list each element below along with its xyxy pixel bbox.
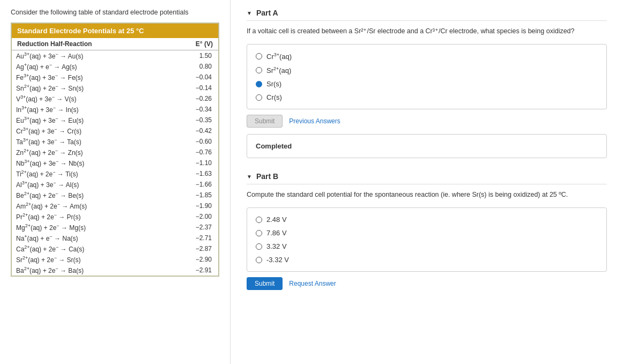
table-row: V3+(aq) + 3e− → V(s) −0.26 [12,93,218,104]
part-b-option-3-label: 3.32 V [266,242,287,250]
reaction-cell: Cr3+(aq) + 3e− → Cr(s) [12,125,166,136]
table-row: Sn2+(aq) + 2e− → Sn(s) −0.14 [12,83,218,93]
part-a-option-4[interactable]: Cr(s) [256,93,598,101]
part-a-option-1-label: Cr3+(aq) [266,52,292,61]
part-a-option-2[interactable]: Sr2+(aq) [256,66,598,75]
radio-b1[interactable] [256,217,262,223]
table-row: Am2+(aq) + 2e− → Am(s) −1.90 [12,200,218,211]
potential-cell: −1.10 [166,158,218,168]
table-row: Ca2+(aq) + 2e− → Ca(s) −2.87 [12,243,218,254]
part-b-option-1[interactable]: 2.48 V [256,216,598,224]
part-b-submit-button[interactable]: Submit [247,277,283,290]
part-a-option-3[interactable]: Sr(s) [256,80,598,88]
reaction-cell: Au3+(aq) + 3e− → Au(s) [12,50,166,61]
reaction-cell: Eu3+(aq) + 3e− → Eu(s) [12,115,166,125]
reaction-cell: Al3+(aq) + 3e− → Al(s) [12,179,166,190]
table-row: Al3+(aq) + 3e− → Al(s) −1.66 [12,179,218,190]
reaction-cell: Ag+(aq) + e− → Ag(s) [12,61,166,72]
part-a-prev-answers-link[interactable]: Previous Answers [289,117,340,125]
table-row: Be2+(aq) + 2e− → Be(s) −1.85 [12,190,218,200]
intro-text: Consider the following table of standard… [11,9,219,16]
part-a-submit-button[interactable]: Submit [247,115,283,128]
part-b-bottom-row: Submit Request Answer [247,277,607,290]
potential-cell: −1.66 [166,179,218,190]
radio-a1[interactable] [256,53,262,60]
reaction-cell: Sn2+(aq) + 2e− → Sn(s) [12,83,166,93]
radio-a2[interactable] [256,67,262,73]
part-b-header[interactable]: ▼ Part B [247,169,607,184]
radio-a4[interactable] [256,94,262,101]
left-panel: Consider the following table of standard… [0,0,231,364]
potential-cell: −0.42 [166,125,218,136]
table-title: Standard Electrode Potentials at 25 °C [12,24,218,38]
part-b-request-answer-link[interactable]: Request Answer [289,280,336,287]
table-row: Sr2+(aq) + 2e− → Sr(s) −2.90 [12,254,218,265]
table-row: Eu3+(aq) + 3e− → Eu(s) −0.35 [12,115,218,125]
potential-cell: −0.26 [166,93,218,104]
table-row: Zn2+(aq) + 2e− → Zn(s) −0.76 [12,147,218,158]
radio-b3[interactable] [256,243,262,250]
part-a-header[interactable]: ▼ Part A [247,5,607,21]
table-row: Ag+(aq) + e− → Ag(s) 0.80 [12,61,218,72]
potential-cell: −1.85 [166,190,218,200]
part-b-section: ▼ Part B Compute the standard cell poten… [247,169,607,290]
potential-cell: −1.90 [166,200,218,211]
table-row: Au3+(aq) + 3e− → Au(s) 1.50 [12,50,218,61]
potential-cell: −0.35 [166,115,218,125]
potential-cell: −2.91 [166,265,218,276]
reaction-cell: Zn2+(aq) + 2e− → Zn(s) [12,147,166,158]
reaction-cell: V3+(aq) + 3e− → V(s) [12,93,166,104]
table-subheader: Reduction Half-Reaction E° (V) [12,38,218,50]
potential-cell: −2.37 [166,222,218,233]
reaction-cell: Am2+(aq) + 2e− → Am(s) [12,200,166,211]
part-b-answer-box: 2.48 V 7.86 V 3.32 V -3.32 V [247,207,607,272]
radio-b2[interactable] [256,230,262,236]
potential-cell: −2.00 [166,211,218,222]
table-row: Ba2+(aq) + 2e− → Ba(s) −2.91 [12,265,218,276]
chem-table: Au3+(aq) + 3e− → Au(s) 1.50 Ag+(aq) + e−… [12,50,218,276]
part-a-answer-box: Cr3+(aq) Sr2+(aq) Sr(s) Cr(s) [247,44,607,110]
table-row: Cr3+(aq) + 3e− → Cr(s) −0.42 [12,125,218,136]
electrode-table-container: Standard Electrode Potentials at 25 °C R… [11,23,219,277]
reaction-cell: In3+(aq) + 3e− → In(s) [12,104,166,115]
part-a-label: Part A [256,9,278,17]
table-row: Fe3+(aq) + 3e− → Fe(s) −0.04 [12,72,218,83]
potential-cell: −1.63 [166,168,218,179]
part-b-question: Compute the standard cell potential for … [247,190,607,200]
col-header-potential: E° (V) [196,40,213,48]
part-a-section: ▼ Part A If a voltaic cell is created be… [247,5,607,158]
table-row: Ta3+(aq) + 3e− → Ta(s) −0.60 [12,136,218,147]
part-a-submit-row: Submit Previous Answers [247,115,607,128]
part-a-option-2-label: Sr2+(aq) [266,66,291,75]
potential-cell: 1.50 [166,50,218,61]
reaction-cell: Fe3+(aq) + 3e− → Fe(s) [12,72,166,83]
potential-cell: −0.04 [166,72,218,83]
potential-cell: −2.71 [166,233,218,243]
table-row: In3+(aq) + 3e− → In(s) −0.34 [12,104,218,115]
table-row: Ti2+(aq) + 2e− → Ti(s) −1.63 [12,168,218,179]
part-a-option-4-label: Cr(s) [266,93,282,101]
radio-a3[interactable] [256,81,262,87]
potential-cell: −2.90 [166,254,218,265]
reaction-cell: Nb3+(aq) + 3e− → Nb(s) [12,158,166,168]
part-b-chevron: ▼ [247,174,252,180]
part-b-option-2[interactable]: 7.86 V [256,229,598,237]
part-b-option-4[interactable]: -3.32 V [256,256,598,264]
table-row: Na+(aq) + e− → Na(s) −2.71 [12,233,218,243]
part-b-option-4-label: -3.32 V [266,256,289,264]
part-a-option-3-label: Sr(s) [266,80,281,88]
potential-cell: −0.60 [166,136,218,147]
reaction-cell: Ta3+(aq) + 3e− → Ta(s) [12,136,166,147]
radio-b4[interactable] [256,257,262,263]
potential-cell: −0.34 [166,104,218,115]
table-row: Mg2+(aq) + 2e− → Mg(s) −2.37 [12,222,218,233]
col-header-reaction: Reduction Half-Reaction [17,40,92,48]
potential-cell: −0.14 [166,83,218,93]
potential-cell: 0.80 [166,61,218,72]
reaction-cell: Mg2+(aq) + 2e− → Mg(s) [12,222,166,233]
part-b-option-3[interactable]: 3.32 V [256,242,598,250]
reaction-cell: Pr2+(aq) + 2e− → Pr(s) [12,211,166,222]
part-a-completed-box: Completed [247,134,607,158]
reaction-cell: Na+(aq) + e− → Na(s) [12,233,166,243]
part-a-option-1[interactable]: Cr3+(aq) [256,52,598,61]
